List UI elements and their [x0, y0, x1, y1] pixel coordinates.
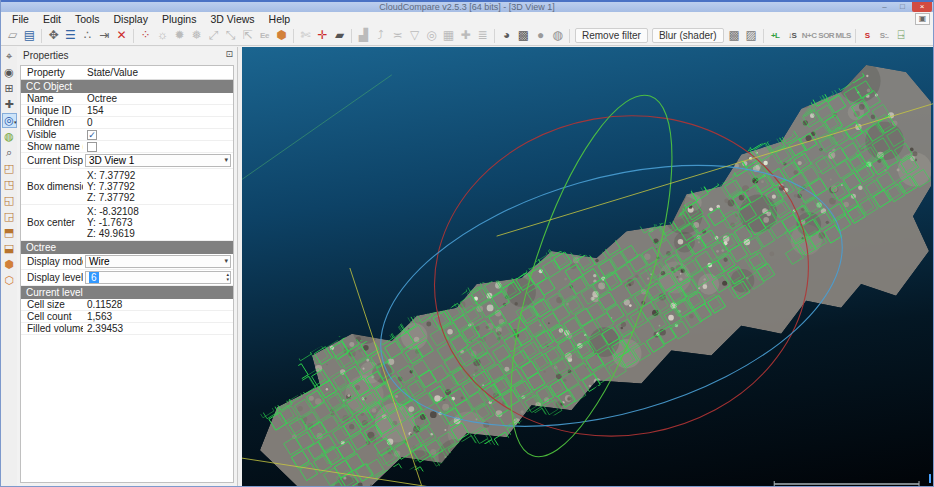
zoom-in-icon[interactable]: ⤢ [205, 27, 222, 44]
donut-icon[interactable]: ◎ [423, 27, 440, 44]
view-left-icon[interactable]: ◱ [2, 193, 17, 208]
view-front-icon[interactable]: ◰ [2, 161, 17, 176]
view-bottom-icon[interactable]: ⬓ [2, 241, 17, 256]
remove-filter-button[interactable]: Remove filter [575, 28, 648, 43]
prop-label: Display level [21, 272, 83, 283]
toolbar-separator [855, 29, 856, 43]
column-header-property: Property [21, 67, 83, 78]
properties-panel-title: Properties [23, 50, 69, 61]
panel-float-icon[interactable]: ⊡ [225, 49, 233, 59]
menu-item-3d-views[interactable]: 3D Views [203, 13, 261, 25]
camera-settings-icon[interactable]: ◉ [2, 65, 17, 80]
exit-plugin-icon[interactable]: ⍈ [893, 27, 910, 44]
menu-item-tools[interactable]: Tools [68, 13, 107, 25]
view-top-icon[interactable]: ⬒ [2, 225, 17, 240]
zoom-1-1-icon[interactable]: ⊞ [2, 81, 17, 96]
distance-map-icon[interactable]: ▩ [515, 27, 532, 44]
mdi-restore-button[interactable]: ▣ [915, 13, 930, 25]
blur-shader-button[interactable]: Blur (shader) [652, 28, 724, 43]
plugin-nc-icon[interactable]: N+C [801, 27, 818, 44]
histogram-icon[interactable]: ▟ [355, 27, 372, 44]
spin-arrows-icon[interactable]: ▴▾ [226, 272, 229, 282]
scale-bar [774, 481, 919, 486]
plugin-mls-icon[interactable]: MLS [835, 27, 852, 44]
list-icon[interactable]: ≣ [474, 27, 491, 44]
save-icon[interactable]: ▤ [21, 27, 38, 44]
window-title: CloudCompare v2.5.3 [64 bits] - [3D View… [379, 2, 554, 12]
compare-icon[interactable]: ◕ [498, 27, 515, 44]
clipping-box-icon[interactable]: ❅ [188, 27, 205, 44]
prop-row-cell-count: Cell count1,563 [21, 311, 233, 323]
zoom-on-selection-icon[interactable]: ⌕ [2, 145, 17, 160]
crosshair-icon[interactable]: ✛ [314, 27, 331, 44]
properties-panel: Properties ⊡ PropertyState/ValueCC Objec… [17, 47, 238, 486]
corner-line-green [242, 75, 392, 180]
levels-icon[interactable]: ≍ [389, 27, 406, 44]
pivot-visibility-icon[interactable]: ◎▾ [2, 113, 17, 128]
edl-shader-icon[interactable]: ▩ [726, 27, 743, 44]
display-level-spinbox[interactable]: 6▴▾ [85, 271, 231, 284]
plugin-sor-icon[interactable]: SOR [818, 27, 835, 44]
toolbar-separator [293, 29, 294, 43]
plugin-snake-icon[interactable]: S [859, 27, 876, 44]
pick-rotation-center-icon[interactable]: ⌖ [2, 49, 17, 64]
density-icon[interactable]: ◍ [549, 27, 566, 44]
camera-link-icon[interactable]: ⇥ [96, 27, 113, 44]
minimize-button[interactable]: – [876, 2, 893, 12]
open-icon[interactable]: ▱ [4, 27, 21, 44]
menu-item-display[interactable]: Display [107, 13, 155, 25]
transform-icon[interactable]: ✥ [45, 27, 62, 44]
vertices-icon[interactable]: ∴ [79, 27, 96, 44]
show-name-i-checkbox[interactable] [87, 142, 97, 152]
add-icon[interactable]: ✚ [457, 27, 474, 44]
current-display-combo[interactable]: 3D View 1▾ [85, 154, 231, 167]
prop-label: Name [21, 93, 83, 104]
view-iso1-icon[interactable]: ⬢ [2, 257, 17, 272]
prop-row-display-level: Display level6▴▾ [21, 270, 233, 286]
3d-viewport[interactable] [242, 47, 933, 486]
prop-row-box-dimensions: Box dimensionsX: 7.37792Y: 7.37792Z: 7.3… [21, 169, 233, 205]
global-zoom-icon[interactable]: ✚ [2, 97, 17, 112]
point-list-picking-icon[interactable]: ☼ [154, 27, 171, 44]
visible-checkbox[interactable]: ✓ [87, 130, 97, 140]
properties-icon[interactable]: ☰ [62, 27, 79, 44]
prop-label: Children [21, 117, 83, 128]
filter-funnel-icon[interactable]: ▽ [406, 27, 423, 44]
sphere-icon[interactable]: ● [532, 27, 549, 44]
prop-row-show-name-i: Show name (i... [21, 141, 233, 153]
view-back-icon[interactable]: ◳ [2, 177, 17, 192]
toolbar-separator [351, 29, 352, 43]
toolbar-separator [569, 29, 570, 43]
sand-timer-icon[interactable]: ⬢ [273, 27, 290, 44]
menu-item-edit[interactable]: Edit [36, 13, 68, 25]
display-mode-combo[interactable]: Wire▾ [85, 255, 231, 268]
view-iso2-icon[interactable]: ⬡ [2, 273, 17, 288]
main-toolbar: ▱▤✥☰∴⇥✕⁘☼✹❅⤢⤡⇱Ee⬢✄✛▰▟⤴≍▽◎▦✚≣◕▩●◍Remove f… [1, 26, 933, 46]
view-right-icon[interactable]: ◲ [2, 209, 17, 224]
stack-icon[interactable]: ▦ [440, 27, 457, 44]
register-icon[interactable]: ⇱ [239, 27, 256, 44]
plugin-s-dots-icon[interactable]: S:. [876, 27, 893, 44]
toolbar-separator [763, 29, 764, 43]
close-button[interactable]: × [912, 2, 932, 12]
trackball-icon[interactable]: ◍ [2, 129, 17, 144]
prop-value: Octree [83, 93, 233, 104]
plugin-subsample-icon[interactable]: ↓S [784, 27, 801, 44]
menu-item-file[interactable]: File [5, 13, 36, 25]
prop-value-multiline: X: 7.37792Y: 7.37792Z: 7.37792 [83, 169, 233, 204]
delete-icon[interactable]: ✕ [113, 27, 130, 44]
window-controls: – □ × [876, 2, 932, 12]
scale-icon[interactable]: Ee [256, 27, 273, 44]
segment-icon[interactable]: ✄ [297, 27, 314, 44]
point-picking-icon[interactable]: ⁘ [137, 27, 154, 44]
light-icon[interactable]: ✹ [171, 27, 188, 44]
properties-panel-header: Properties ⊡ [17, 47, 237, 63]
mesh-icon[interactable]: ▰ [331, 27, 348, 44]
menu-item-plugins[interactable]: Plugins [155, 13, 203, 25]
plugin-add-level-icon[interactable]: +L [767, 27, 784, 44]
curvature-icon[interactable]: ⤴ [372, 27, 389, 44]
maximize-button[interactable]: □ [894, 2, 911, 12]
menu-item-help[interactable]: Help [262, 13, 298, 25]
ssao-shader-icon[interactable]: ▨ [743, 27, 760, 44]
zoom-out-icon[interactable]: ⤡ [222, 27, 239, 44]
